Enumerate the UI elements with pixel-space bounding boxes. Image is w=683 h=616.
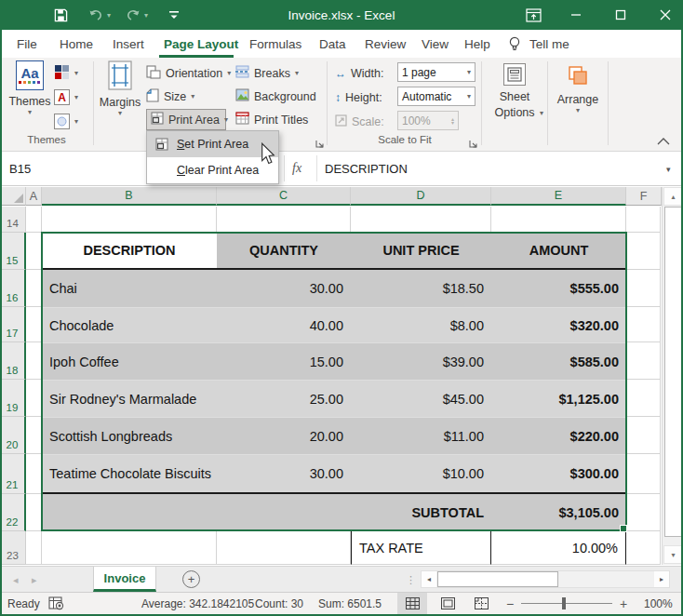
zoom-out-icon[interactable]: − (506, 593, 514, 614)
cell-d20[interactable]: $11.00 (351, 417, 491, 454)
size-button[interactable]: Size ▾ (146, 86, 194, 107)
page-layout-view-icon[interactable] (433, 593, 462, 614)
cell-e18[interactable]: $585.00 (491, 342, 626, 380)
tab-file[interactable]: File (15, 30, 39, 58)
sheet-options-button[interactable]: Sheet Options ▾ (485, 60, 544, 117)
cell-d14[interactable] (351, 207, 491, 233)
minimize-button[interactable] (560, 0, 592, 30)
cell-d23[interactable]: TAX RATE (351, 531, 491, 565)
tab-view[interactable]: View (420, 30, 450, 58)
undo-icon[interactable] (87, 7, 104, 23)
cell-e16[interactable]: $555.00 (491, 270, 626, 307)
cell-c22[interactable] (217, 494, 351, 531)
scroll-down-icon[interactable]: ▾ (663, 545, 683, 564)
undo-dropdown-icon[interactable]: ▾ (104, 7, 114, 23)
cell-b23[interactable] (42, 531, 217, 565)
redo-icon[interactable] (125, 7, 141, 23)
cell-f20[interactable] (626, 417, 661, 454)
theme-effects-button[interactable]: ▾ (54, 111, 78, 132)
cell-a15[interactable] (26, 233, 42, 270)
cell-d22[interactable]: SUBTOTAL (351, 494, 491, 531)
status-count[interactable]: Count: 30 (255, 593, 303, 614)
cell-b22[interactable] (42, 494, 217, 531)
cell-c19[interactable]: 25.00 (217, 380, 351, 417)
formula-input[interactable]: DESCRIPTION (325, 152, 408, 185)
cell-f21[interactable] (626, 454, 661, 494)
sheet-nav-right-icon[interactable]: ▸ (32, 567, 37, 593)
insert-function-icon[interactable]: fx (292, 152, 301, 185)
horizontal-scroll-thumb[interactable] (437, 571, 558, 587)
tab-formulas[interactable]: Formulas (248, 30, 303, 58)
cell-f19[interactable] (626, 380, 661, 417)
print-titles-button[interactable]: Print Titles (235, 109, 308, 130)
cell-a18[interactable] (26, 342, 42, 380)
cell-d18[interactable]: $39.00 (351, 342, 491, 380)
cell-b17[interactable]: Chocolade (42, 307, 217, 342)
cell-a20[interactable] (26, 417, 42, 454)
sheet-nav-left-icon[interactable]: ◂ (13, 567, 19, 593)
scroll-right-icon[interactable]: ▸ (654, 571, 669, 587)
cell-a19[interactable] (26, 380, 42, 417)
cell-a17[interactable] (26, 307, 42, 342)
cell-f17[interactable] (626, 307, 661, 342)
redo-dropdown-icon[interactable]: ▾ (141, 7, 151, 23)
cell-f15[interactable] (626, 233, 661, 270)
zoom-level[interactable]: 100% (644, 593, 673, 614)
arrange-button[interactable]: Arrange ▾ (551, 60, 605, 114)
print-area-button[interactable]: Print Area ▾ (146, 109, 226, 130)
cell-f16[interactable] (626, 270, 661, 307)
sheet-tab-invoice[interactable]: Invoice (93, 567, 156, 592)
macro-record-icon[interactable] (48, 593, 64, 614)
cell-c21[interactable]: 30.00 (217, 454, 351, 494)
cell-c17[interactable]: 40.00 (217, 307, 351, 342)
column-header-c[interactable]: C (217, 187, 351, 206)
cell-b18[interactable]: Ipoh Coffee (42, 342, 217, 380)
cell-d19[interactable]: $45.00 (351, 380, 491, 417)
menu-item-clear-print-area[interactable]: Clear Print Area (147, 157, 278, 183)
formula-bar-expand-icon[interactable]: ▾ (666, 165, 671, 174)
cell-c15[interactable]: QUANTITY (217, 233, 351, 270)
horizontal-scrollbar[interactable]: ◂ ▸ (421, 570, 670, 588)
tab-page-layout[interactable]: Page Layout (162, 30, 240, 58)
customize-quick-access-icon[interactable] (166, 7, 182, 23)
zoom-slider-thumb[interactable] (562, 597, 566, 609)
cell-e20[interactable]: $220.00 (491, 417, 626, 454)
breaks-button[interactable]: Breaks ▾ (235, 62, 299, 84)
orientation-button[interactable]: Orientation ▾ (146, 62, 231, 84)
select-all-corner[interactable] (0, 187, 26, 206)
status-sum[interactable]: Sum: 6501.5 (318, 593, 382, 614)
tab-home[interactable]: Home (58, 30, 95, 58)
cell-a23[interactable] (26, 531, 42, 565)
vertical-scrollbar[interactable]: ▴ ▾ (662, 187, 683, 565)
save-icon[interactable] (52, 7, 69, 23)
cell-e21[interactable]: $300.00 (491, 454, 626, 494)
cell-e14[interactable] (491, 207, 626, 233)
tab-data[interactable]: Data (317, 30, 348, 58)
tab-scroll-divider[interactable]: ⋮ (406, 567, 416, 593)
cell-a22[interactable] (26, 494, 42, 531)
tab-review[interactable]: Review (363, 30, 408, 58)
theme-colors-button[interactable]: ▾ (54, 62, 78, 84)
column-header-e[interactable]: E (491, 187, 626, 206)
cell-b15-active[interactable]: DESCRIPTION (42, 233, 217, 270)
new-sheet-button[interactable]: + (182, 570, 200, 588)
vertical-scroll-thumb[interactable] (664, 207, 682, 537)
maximize-button[interactable] (605, 0, 636, 30)
theme-fonts-button[interactable]: A ▾ (54, 87, 78, 108)
themes-button[interactable]: Aa Themes ▾ (7, 60, 52, 116)
column-header-a[interactable]: A (26, 187, 42, 206)
collapse-ribbon-button[interactable] (657, 132, 670, 149)
scroll-up-icon[interactable]: ▴ (663, 187, 683, 206)
cell-b14[interactable] (42, 207, 217, 233)
margins-button[interactable]: Margins ▾ (99, 60, 141, 117)
tell-me-box[interactable]: Tell me (528, 30, 571, 58)
cell-b21[interactable]: Teatime Chocolate Biscuits (42, 454, 217, 494)
cell-f23[interactable] (626, 531, 661, 565)
scale-to-fit-dialog-launcher-icon[interactable] (468, 136, 478, 146)
tab-help[interactable]: Help (462, 30, 492, 58)
menu-item-set-print-area[interactable]: Set Print Area (147, 131, 278, 157)
cell-d17[interactable]: $8.00 (351, 307, 491, 342)
cell-d16[interactable]: $18.50 (351, 270, 491, 307)
zoom-in-icon[interactable]: + (620, 593, 627, 614)
column-header-d[interactable]: D (351, 187, 491, 206)
